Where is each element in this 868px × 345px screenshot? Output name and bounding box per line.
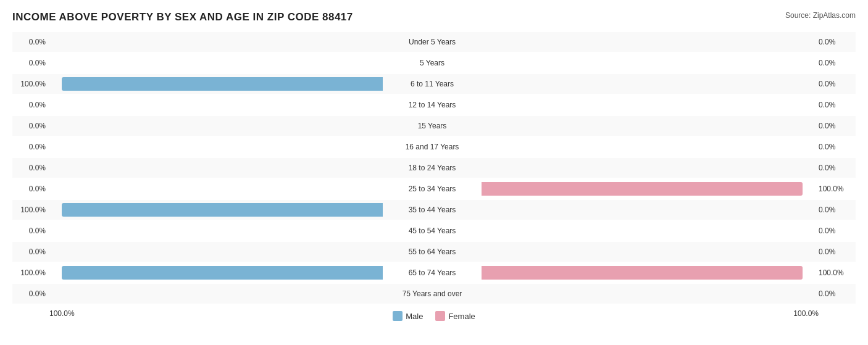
chart-row: 0.0% 18 to 24 Years 0.0%	[12, 158, 856, 178]
val-left: 0.0%	[12, 59, 49, 67]
bar-left	[62, 266, 383, 280]
bar-right	[482, 266, 803, 280]
row-label: 15 Years	[383, 122, 482, 130]
val-right: 0.0%	[815, 38, 852, 46]
bar-right	[482, 182, 803, 196]
bar-left-container	[49, 266, 383, 280]
chart-title: INCOME ABOVE POVERTY BY SEX AND AGE IN Z…	[12, 11, 353, 23]
bar-right-container	[482, 98, 815, 112]
bar-right-container	[482, 119, 815, 133]
row-label: 18 to 24 Years	[383, 164, 482, 172]
bar-left-container	[49, 224, 383, 238]
legend: Male Female	[393, 311, 475, 321]
row-label: 12 to 14 Years	[383, 101, 482, 109]
val-right: 100.0%	[815, 268, 852, 277]
val-right: 0.0%	[815, 122, 852, 130]
val-right: 0.0%	[815, 164, 852, 172]
val-left: 100.0%	[12, 268, 49, 277]
chart-row: 0.0% 25 to 34 Years 100.0%	[12, 179, 856, 199]
male-label: Male	[406, 312, 423, 321]
chart-row: 0.0% 12 to 14 Years 0.0%	[12, 95, 856, 115]
source-text: Source: ZipAtlas.com	[785, 11, 856, 20]
bar-left-container	[49, 98, 383, 112]
val-left: 0.0%	[12, 101, 49, 109]
row-label: 45 to 54 Years	[383, 227, 482, 235]
row-label: 55 to 64 Years	[383, 247, 482, 256]
bar-left-container	[49, 245, 383, 259]
row-label: 75 Years and over	[383, 289, 482, 298]
chart-row: 0.0% 15 Years 0.0%	[12, 116, 856, 136]
val-right: 0.0%	[815, 101, 852, 109]
val-right: 0.0%	[815, 227, 852, 235]
val-left: 0.0%	[12, 227, 49, 235]
val-left: 0.0%	[12, 247, 49, 256]
bar-right-container	[482, 266, 815, 280]
bar-right-container	[482, 35, 815, 49]
val-right: 0.0%	[815, 80, 852, 88]
female-swatch	[435, 311, 445, 321]
val-right: 0.0%	[815, 289, 852, 298]
legend-female: Female	[435, 311, 475, 321]
legend-male: Male	[393, 311, 423, 321]
bar-right-container	[482, 56, 815, 70]
val-left: 0.0%	[12, 289, 49, 298]
val-right: 0.0%	[815, 143, 852, 151]
val-left: 0.0%	[12, 38, 49, 46]
row-label: 65 to 74 Years	[383, 268, 482, 277]
bar-left-container	[49, 161, 383, 175]
val-right: 0.0%	[815, 59, 852, 67]
val-left: 100.0%	[12, 206, 49, 214]
row-label: 5 Years	[383, 59, 482, 67]
chart-row: 0.0% 55 to 64 Years 0.0%	[12, 242, 856, 262]
bar-left	[62, 203, 383, 217]
chart-row: 0.0% 45 to 54 Years 0.0%	[12, 221, 856, 241]
row-label: 35 to 44 Years	[383, 206, 482, 214]
val-right: 0.0%	[815, 247, 852, 256]
bar-right-container	[482, 140, 815, 154]
bar-right-container	[482, 161, 815, 175]
main-container: INCOME ABOVE POVERTY BY SEX AND AGE IN Z…	[0, 0, 868, 327]
bar-right-container	[482, 77, 815, 91]
bar-left	[62, 77, 383, 91]
bar-left-container	[49, 56, 383, 70]
header-row: INCOME ABOVE POVERTY BY SEX AND AGE IN Z…	[12, 11, 856, 23]
chart-area: 0.0% Under 5 Years 0.0% 0.0% 5 Years 0.0…	[12, 32, 856, 304]
bar-right-container	[482, 287, 815, 301]
footer-row: 100.0% Male Female 100.0%	[12, 306, 856, 321]
bar-left-container	[49, 182, 383, 196]
bar-left-container	[49, 140, 383, 154]
bar-left-container	[49, 287, 383, 301]
val-left: 100.0%	[12, 80, 49, 88]
chart-row: 0.0% 16 and 17 Years 0.0%	[12, 137, 856, 157]
val-left: 0.0%	[12, 185, 49, 193]
bar-left-container	[49, 35, 383, 49]
footer-left-val: 100.0%	[49, 309, 86, 318]
val-left: 0.0%	[12, 143, 49, 151]
val-left: 0.0%	[12, 122, 49, 130]
val-right: 0.0%	[815, 206, 852, 214]
val-right: 100.0%	[815, 185, 852, 193]
val-left: 0.0%	[12, 164, 49, 172]
bar-right-container	[482, 203, 815, 217]
chart-row: 0.0% 5 Years 0.0%	[12, 53, 856, 73]
chart-row: 100.0% 6 to 11 Years 0.0%	[12, 74, 856, 94]
chart-row: 100.0% 35 to 44 Years 0.0%	[12, 200, 856, 220]
female-label: Female	[448, 312, 475, 321]
row-label: 16 and 17 Years	[383, 143, 482, 151]
bar-right-container	[482, 245, 815, 259]
male-swatch	[393, 311, 403, 321]
bar-left-container	[49, 203, 383, 217]
footer-right-val: 100.0%	[782, 309, 819, 318]
row-label: 6 to 11 Years	[383, 80, 482, 88]
bar-right-container	[482, 224, 815, 238]
chart-row: 100.0% 65 to 74 Years 100.0%	[12, 263, 856, 283]
chart-row: 0.0% 75 Years and over 0.0%	[12, 284, 856, 304]
chart-row: 0.0% Under 5 Years 0.0%	[12, 32, 856, 52]
row-label: Under 5 Years	[383, 38, 482, 46]
bar-left-container	[49, 119, 383, 133]
row-label: 25 to 34 Years	[383, 185, 482, 193]
bar-left-container	[49, 77, 383, 91]
bar-right-container	[482, 182, 815, 196]
